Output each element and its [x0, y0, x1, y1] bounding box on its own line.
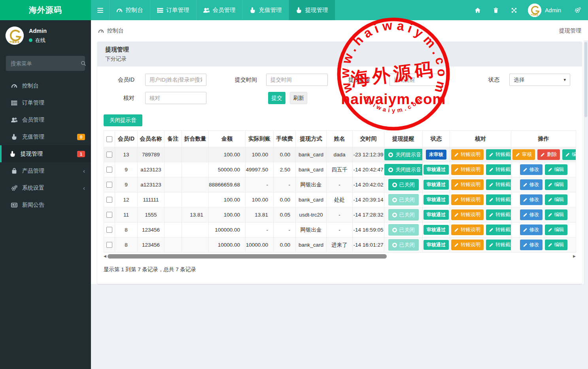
row-checkbox[interactable]	[106, 227, 112, 233]
action-button[interactable]: 修改	[520, 240, 543, 250]
topnav-item[interactable]: 订单管理	[150, 0, 196, 20]
vertical-scrollbar-thumb[interactable]	[584, 42, 587, 117]
check-button[interactable]: 转账说明	[451, 209, 484, 220]
reminder-button[interactable]: 已关闭	[388, 194, 419, 205]
sidebar-item[interactable]: 产品管理 ‹	[0, 162, 91, 179]
cell-person-name: -	[327, 223, 353, 238]
row-checkbox[interactable]	[106, 242, 112, 248]
table-row: 12 111111 100.00 100.00 0.00 bank_card 处…	[104, 192, 576, 207]
page-subtitle: 下分记录	[105, 55, 574, 63]
status-badge: 审核通过	[424, 180, 449, 190]
withdrawal-card: 提现管理 下分记录 会员ID 提交时间 提现提醒 状态 选择 ▾ 核对	[97, 42, 582, 284]
member-id-input[interactable]	[145, 74, 206, 86]
cell-status: 审核通过	[423, 207, 450, 223]
sidebar-item[interactable]: 系统设置 ‹	[0, 179, 91, 196]
action-button[interactable]: 删除	[537, 149, 560, 160]
breadcrumb-left[interactable]: 控制台	[107, 27, 124, 34]
sidebar-item[interactable]: 订单管理	[0, 94, 91, 111]
scroll-left-icon[interactable]: ◀	[104, 254, 108, 258]
check-button[interactable]: 转账截图	[486, 164, 511, 175]
fullscreen-icon[interactable]	[505, 0, 523, 20]
remind-input[interactable]	[389, 74, 447, 86]
check-button[interactable]: 转账说明	[451, 164, 484, 175]
search-icon[interactable]	[81, 61, 86, 66]
scroll-right-icon[interactable]: ▶	[572, 254, 576, 258]
check-button[interactable]: 转账说明	[451, 240, 484, 250]
trash-icon[interactable]	[487, 0, 505, 20]
check-button[interactable]: 转账截图	[486, 179, 511, 190]
check-button[interactable]: 转账截图	[486, 240, 511, 250]
action-button[interactable]: 编辑	[562, 149, 576, 160]
action-button[interactable]: 编辑	[545, 224, 567, 235]
cell-member-id: 11	[115, 207, 138, 223]
record-circle-icon	[392, 228, 397, 232]
sidebar-item[interactable]: 充值管理 0	[0, 128, 91, 145]
sidebar-item[interactable]: 提现管理 1	[0, 145, 91, 162]
check-button[interactable]: 转账截图	[486, 209, 511, 220]
username[interactable]: Admin	[545, 7, 561, 13]
action-button[interactable]: 修改	[520, 209, 543, 220]
action-button[interactable]: 修改	[520, 164, 543, 175]
action-button[interactable]: 编辑	[545, 179, 567, 190]
action-button[interactable]: 修改	[520, 179, 543, 190]
check-button[interactable]: 转账说明	[451, 149, 484, 160]
topnav-item[interactable]: 提现管理	[289, 0, 335, 20]
check-button[interactable]: 转账截图	[486, 224, 511, 235]
home-icon[interactable]	[469, 0, 487, 20]
check-button[interactable]: 转账说明	[451, 179, 484, 190]
cell-submit-time: -14 17:28:32	[353, 207, 384, 223]
reminder-button[interactable]: 已关闭	[388, 224, 419, 236]
sidebar-toggle-button[interactable]	[91, 0, 109, 20]
check-input[interactable]	[145, 92, 206, 104]
mute-sound-button[interactable]: 关闭提示音	[104, 114, 142, 126]
vertical-scrollbar[interactable]	[584, 40, 588, 369]
row-checkbox[interactable]	[106, 182, 112, 188]
cell-amount: 100.00	[209, 147, 246, 162]
sidebar-item[interactable]: 会员管理	[0, 111, 91, 128]
reminder-button[interactable]: 关闭提示音	[384, 164, 423, 175]
action-button[interactable]: 审核	[512, 149, 535, 160]
select-all-checkbox[interactable]	[106, 136, 112, 142]
reminder-button[interactable]: 关闭提示音	[384, 149, 423, 160]
action-button[interactable]: 修改	[520, 194, 543, 205]
submit-time-input[interactable]	[266, 74, 328, 86]
action-button[interactable]: 编辑	[545, 164, 567, 175]
refresh-button[interactable]: 刷新	[290, 92, 307, 104]
reminder-button[interactable]: 已关闭	[388, 239, 419, 251]
member-id-label: 会员ID	[112, 76, 134, 84]
column-header: 操作	[511, 131, 576, 147]
topnav-item[interactable]: 充值管理	[242, 0, 289, 20]
scrollbar-thumb[interactable]	[108, 254, 387, 259]
sidebar-item[interactable]: 新闻公告	[0, 196, 91, 213]
action-button[interactable]: 编辑	[545, 209, 567, 220]
check-button[interactable]: 转账说明	[451, 224, 484, 235]
topnav-item[interactable]: 会员管理	[196, 0, 242, 20]
action-button[interactable]: 修改	[520, 224, 543, 235]
row-checkbox[interactable]	[106, 212, 112, 218]
table-row: 13 789789 100.00 100.00 0.00 bank_card d…	[104, 147, 576, 162]
cell-withdraw-method: usdt-trc20	[296, 207, 327, 223]
settings-gear-icon[interactable]	[565, 0, 588, 20]
check-button[interactable]: 转账截图	[486, 149, 511, 160]
row-checkbox[interactable]	[106, 197, 112, 203]
status-select[interactable]: 选择 ▾	[509, 74, 570, 86]
action-button[interactable]: 编辑	[545, 194, 567, 205]
sidebar-item[interactable]: 控制台	[0, 77, 91, 94]
cell-actions: 修改编辑	[511, 162, 576, 177]
brand-logo[interactable]: 海外源码	[0, 0, 91, 20]
action-button[interactable]: 编辑	[545, 240, 567, 250]
sidebar-avatar[interactable]: 中国黄金	[6, 27, 24, 45]
reminder-button[interactable]: 已关闭	[388, 209, 419, 221]
avatar[interactable]: 中国黄金	[528, 4, 541, 17]
row-checkbox[interactable]	[106, 167, 112, 173]
scrollbar-track[interactable]	[108, 254, 572, 259]
check-button[interactable]: 转账说明	[451, 194, 484, 205]
reminder-button[interactable]: 已关闭	[388, 179, 419, 190]
topnav-item[interactable]: 控制台	[109, 0, 150, 20]
row-checkbox[interactable]	[106, 152, 112, 158]
check-button[interactable]: 转账截图	[486, 194, 511, 205]
dashboard-icon	[98, 28, 104, 34]
menu-search-input[interactable]	[11, 61, 81, 67]
sidebar-item-icon	[11, 202, 17, 208]
submit-button[interactable]: 提交	[268, 92, 285, 104]
